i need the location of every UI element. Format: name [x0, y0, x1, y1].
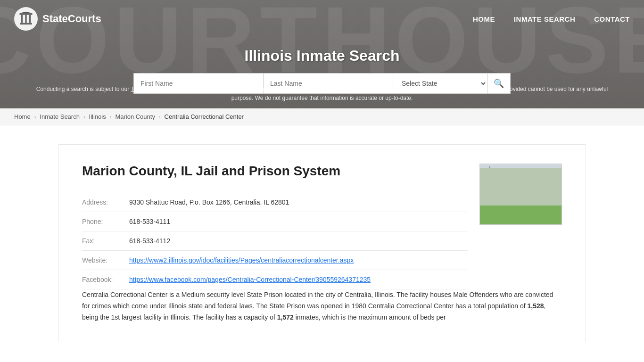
- breadcrumb-sep-1: ›: [34, 114, 36, 120]
- site-name: StateCourts: [42, 13, 101, 25]
- breadcrumb-marion-county[interactable]: Marion County: [115, 113, 155, 120]
- breadcrumb-home[interactable]: Home: [14, 113, 31, 120]
- svg-rect-0: [20, 23, 32, 25]
- privacy-link[interactable]: Privacy Notice: [185, 86, 222, 92]
- website-link[interactable]: https://www2.illinois.gov/idoc/facilitie…: [129, 256, 354, 264]
- facility-image: [479, 164, 562, 225]
- facebook-link[interactable]: https://www.facebook.com/pages/Centralia…: [129, 276, 371, 283]
- breadcrumb: Home › Inmate Search › Illinois › Marion…: [0, 108, 644, 125]
- fax-row: Fax: 618-533-4112: [82, 231, 468, 251]
- main-nav: StateCourts HOME INMATE SEARCH CONTACT: [0, 0, 644, 38]
- breadcrumb-sep-2: ›: [83, 114, 85, 120]
- svg-rect-1: [19, 13, 32, 15]
- address-label: Address:: [82, 198, 129, 206]
- nav-inmate-search[interactable]: INMATE SEARCH: [514, 15, 575, 23]
- facility-description: Centralia Correctional Center is a Mediu…: [82, 289, 562, 323]
- site-logo[interactable]: StateCourts: [14, 7, 101, 31]
- page-title: Illinois Inmate Search: [245, 47, 400, 65]
- phone-label: Phone:: [82, 218, 129, 225]
- fax-value: 618-533-4112: [129, 237, 170, 245]
- address-value: 9330 Shattuc Road, P.o. Box 1266, Centra…: [129, 198, 289, 206]
- site-header: StateCourts HOME INMATE SEARCH CONTACT I…: [0, 0, 644, 108]
- disclaimer-text: Conducting a search is subject to our Te…: [0, 85, 644, 103]
- breadcrumb-current: Centralia Correctional Center: [165, 113, 244, 120]
- breadcrumb-sep-3: ›: [110, 114, 112, 120]
- website-label: Website:: [82, 256, 129, 264]
- svg-rect-4: [29, 15, 31, 23]
- nav-contact[interactable]: CONTACT: [594, 15, 630, 23]
- breadcrumb-sep-4: ›: [159, 114, 161, 120]
- facebook-value: https://www.facebook.com/pages/Centralia…: [129, 276, 371, 283]
- facility-info: Address: 9330 Shattuc Road, P.o. Box 126…: [82, 193, 468, 289]
- facebook-label: Facebook:: [82, 276, 129, 283]
- facebook-row: Facebook: https://www.facebook.com/pages…: [82, 270, 468, 289]
- nav-links: HOME INMATE SEARCH CONTACT: [473, 15, 630, 23]
- facility-card: Marion County, IL Jail and Prison System…: [58, 144, 586, 342]
- breadcrumb-illinois[interactable]: Illinois: [89, 113, 106, 120]
- phone-value: 618-533-4111: [129, 218, 170, 225]
- breadcrumb-inmate-search[interactable]: Inmate Search: [40, 113, 80, 120]
- main-content: Marion County, IL Jail and Prison System…: [44, 125, 600, 361]
- terms-link[interactable]: Terms of Service: [131, 86, 173, 92]
- svg-rect-3: [25, 15, 26, 23]
- logo-icon: [14, 7, 38, 31]
- website-row: Website: https://www2.illinois.gov/idoc/…: [82, 251, 468, 270]
- website-value: https://www2.illinois.gov/idoc/facilitie…: [129, 256, 354, 264]
- fax-label: Fax:: [82, 237, 129, 245]
- svg-rect-2: [21, 15, 23, 23]
- nav-home[interactable]: HOME: [473, 15, 495, 23]
- address-row: Address: 9330 Shattuc Road, P.o. Box 126…: [82, 193, 468, 212]
- phone-row: Phone: 618-533-4111: [82, 212, 468, 231]
